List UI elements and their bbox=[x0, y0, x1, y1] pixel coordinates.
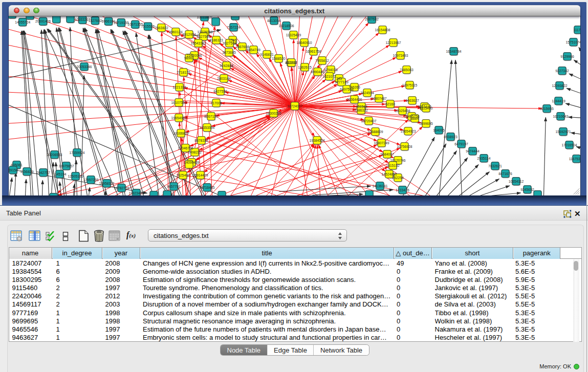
svg-text:16961758: 16961758 bbox=[306, 49, 321, 53]
svg-text:18300295: 18300295 bbox=[266, 111, 281, 115]
svg-text:8878332: 8878332 bbox=[194, 138, 208, 142]
svg-text:1156829: 1156829 bbox=[20, 169, 33, 173]
svg-text:18724007: 18724007 bbox=[287, 104, 302, 107]
svg-text:17016504: 17016504 bbox=[561, 143, 577, 146]
svg-text:7485063: 7485063 bbox=[400, 68, 413, 71]
svg-text:10807487: 10807487 bbox=[371, 96, 386, 100]
svg-text:8267150: 8267150 bbox=[204, 114, 218, 118]
svg-text:11353594: 11353594 bbox=[199, 125, 214, 129]
svg-text:14099489: 14099489 bbox=[184, 160, 199, 164]
svg-text:11325419: 11325419 bbox=[286, 33, 301, 36]
svg-text:10033809: 10033809 bbox=[197, 16, 212, 19]
svg-text:19654983: 19654983 bbox=[171, 116, 186, 119]
svg-text:19166825: 19166825 bbox=[173, 131, 188, 135]
svg-text:1244419: 1244419 bbox=[552, 99, 565, 102]
svg-text:9327509: 9327509 bbox=[197, 34, 210, 38]
svg-text:9146821: 9146821 bbox=[260, 52, 274, 56]
svg-text:15692971: 15692971 bbox=[555, 129, 571, 133]
svg-text:17957255: 17957255 bbox=[83, 178, 98, 181]
svg-text:62160: 62160 bbox=[385, 102, 395, 105]
svg-text:11175: 11175 bbox=[573, 28, 580, 31]
svg-text:1362615: 1362615 bbox=[298, 65, 312, 69]
svg-text:1145194: 1145194 bbox=[53, 172, 66, 176]
svg-text:8912954: 8912954 bbox=[182, 32, 196, 36]
svg-text:14524851: 14524851 bbox=[381, 172, 397, 176]
svg-text:10688609: 10688609 bbox=[367, 129, 383, 133]
svg-text:7357224: 7357224 bbox=[227, 25, 241, 29]
svg-text:8454749: 8454749 bbox=[247, 48, 260, 51]
svg-text:1615152: 1615152 bbox=[386, 163, 400, 167]
svg-text:10025458: 10025458 bbox=[395, 108, 410, 112]
svg-text:10719155: 10719155 bbox=[113, 20, 128, 24]
svg-text:0899695: 0899695 bbox=[419, 121, 433, 125]
svg-text:10958117: 10958117 bbox=[99, 181, 114, 185]
svg-text:8215955: 8215955 bbox=[540, 106, 554, 110]
svg-text:11923446: 11923446 bbox=[128, 191, 144, 194]
svg-text:98961: 98961 bbox=[184, 56, 194, 59]
svg-text:16210643: 16210643 bbox=[553, 114, 568, 118]
svg-text:12093822: 12093822 bbox=[552, 83, 567, 87]
svg-text:9657791: 9657791 bbox=[167, 184, 181, 188]
svg-text:10654112: 10654112 bbox=[508, 179, 524, 183]
svg-text:39154: 39154 bbox=[9, 168, 18, 171]
svg-text:16807249: 16807249 bbox=[374, 141, 389, 144]
svg-text:7955812: 7955812 bbox=[315, 58, 329, 62]
svg-text:14055724: 14055724 bbox=[15, 20, 30, 24]
svg-text:9327508: 9327508 bbox=[223, 41, 236, 45]
svg-text:20206533: 20206533 bbox=[47, 152, 62, 156]
svg-text:15720407: 15720407 bbox=[361, 119, 376, 122]
svg-text:9227342: 9227342 bbox=[555, 69, 569, 72]
svg-text:10756928: 10756928 bbox=[397, 144, 412, 148]
svg-text:3824554: 3824554 bbox=[360, 91, 374, 94]
svg-text:822037: 822037 bbox=[286, 60, 297, 64]
svg-text:16107553: 16107553 bbox=[171, 100, 186, 104]
svg-text:16543382: 16543382 bbox=[190, 41, 206, 45]
svg-text:6479197: 6479197 bbox=[454, 142, 468, 145]
svg-text:7625402: 7625402 bbox=[176, 173, 190, 177]
svg-text:20053346: 20053346 bbox=[76, 64, 92, 68]
svg-text:835061: 835061 bbox=[11, 163, 23, 166]
svg-text:1498222: 1498222 bbox=[188, 150, 202, 154]
svg-text:9115460: 9115460 bbox=[419, 106, 432, 110]
svg-text:8427552: 8427552 bbox=[213, 89, 227, 93]
svg-text:717006: 717006 bbox=[210, 101, 222, 104]
svg-text:18640910: 18640910 bbox=[296, 40, 312, 44]
svg-text:3873685: 3873685 bbox=[222, 50, 236, 54]
svg-text:1621072: 1621072 bbox=[322, 74, 336, 78]
svg-text:16782759: 16782759 bbox=[114, 186, 129, 189]
svg-text:6794028: 6794028 bbox=[324, 68, 338, 71]
svg-text:9242848: 9242848 bbox=[220, 63, 233, 67]
svg-text:8938923: 8938923 bbox=[444, 135, 458, 138]
svg-text:8960124: 8960124 bbox=[169, 30, 183, 33]
svg-text:14136141: 14136141 bbox=[372, 184, 387, 187]
svg-text:1527602: 1527602 bbox=[88, 18, 102, 22]
svg-text:9463627: 9463627 bbox=[405, 98, 419, 102]
svg-text:10973493: 10973493 bbox=[393, 53, 408, 57]
svg-text:9129966: 9129966 bbox=[560, 54, 574, 58]
svg-text:16154808: 16154808 bbox=[375, 28, 390, 31]
svg-text:19384554: 19384554 bbox=[309, 138, 324, 142]
svg-text:8884: 8884 bbox=[410, 116, 418, 120]
svg-text:7515526: 7515526 bbox=[141, 25, 155, 28]
svg-text:164095: 164095 bbox=[433, 128, 445, 132]
svg-text:1588520: 1588520 bbox=[272, 56, 286, 60]
svg-text:9474444: 9474444 bbox=[466, 149, 480, 152]
svg-text:2942757: 2942757 bbox=[36, 170, 50, 174]
svg-text:9245652: 9245652 bbox=[520, 187, 534, 191]
svg-text:19218506: 19218506 bbox=[278, 24, 294, 27]
svg-text:13226058: 13226058 bbox=[197, 30, 212, 33]
svg-text:17359924: 17359924 bbox=[69, 150, 84, 154]
svg-text:2935114: 2935114 bbox=[477, 156, 490, 160]
svg-text:17046756: 17046756 bbox=[178, 146, 193, 149]
svg-text:16120746: 16120746 bbox=[390, 158, 405, 162]
svg-text:9777169: 9777169 bbox=[335, 80, 349, 83]
svg-text:6497568: 6497568 bbox=[340, 87, 354, 91]
svg-text:20364436: 20364436 bbox=[346, 97, 362, 101]
svg-text:15716485: 15716485 bbox=[199, 185, 214, 189]
svg-text:2718176: 2718176 bbox=[177, 70, 190, 74]
svg-text:252254: 252254 bbox=[392, 176, 404, 179]
svg-text:2887682: 2887682 bbox=[365, 17, 379, 21]
svg-text:8186323: 8186323 bbox=[209, 38, 223, 41]
svg-text:12505135: 12505135 bbox=[68, 174, 83, 178]
svg-text:20691406: 20691406 bbox=[35, 19, 51, 23]
